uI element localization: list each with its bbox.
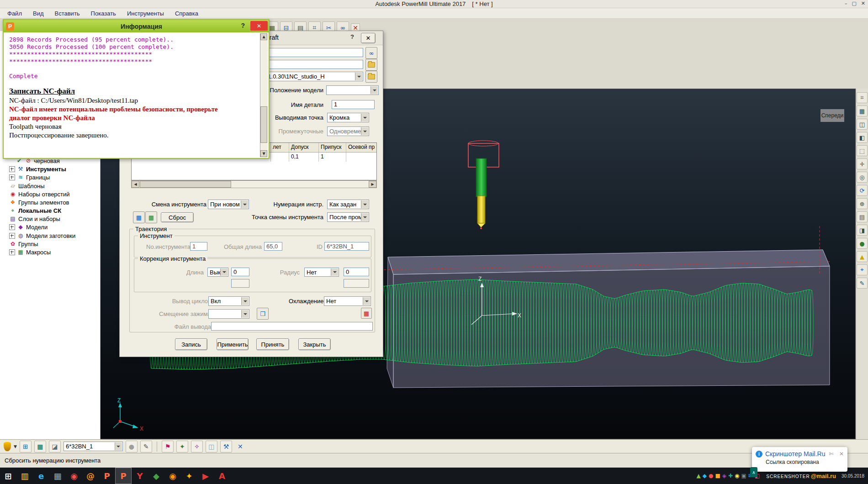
info-dialog-titlebar[interactable]: P Информация	[4, 20, 269, 32]
info-v-scrollbar[interactable]: ▲ ▼	[260, 33, 268, 157]
tray-icon[interactable]: ◈	[722, 473, 726, 479]
menu-tools[interactable]: Инструменты	[122, 9, 169, 18]
tool-change-point-combo[interactable]: После проме	[327, 212, 369, 222]
chevron-down-icon[interactable]	[355, 73, 362, 80]
tree-item-boundaries[interactable]: ≋ Границы	[0, 173, 100, 181]
close-dialog-button[interactable]: ✕	[361, 33, 376, 43]
ie-icon[interactable]: e	[33, 468, 49, 484]
swirl-app-icon[interactable]: ✦	[181, 468, 197, 484]
expand-icon[interactable]	[9, 233, 15, 239]
table-h-scrollbar[interactable]: ◀ ▶	[131, 180, 377, 188]
close-dialog-button[interactable]: ✕	[250, 21, 268, 31]
expand-icon[interactable]	[9, 166, 15, 172]
menu-view[interactable]: Вид	[28, 9, 48, 18]
screenshoter-tab[interactable]: ∧	[750, 467, 757, 477]
tree-item-tools[interactable]: ⚒ Инструменты	[0, 165, 100, 173]
wireframe-icon[interactable]: ⬚	[857, 145, 868, 156]
youtube-icon[interactable]: ▶	[197, 468, 214, 484]
expand-icon[interactable]	[9, 249, 15, 255]
chevron-down-icon[interactable]	[363, 297, 370, 305]
part-name-input[interactable]: 1	[332, 100, 375, 109]
chevron-down-icon[interactable]	[241, 297, 249, 305]
length-value-input[interactable]: 0	[231, 268, 249, 276]
radius-value-input[interactable]: 0	[344, 268, 369, 276]
chevron-down-icon[interactable]	[361, 127, 368, 135]
clamp-offset-combo[interactable]	[208, 309, 249, 319]
simulate-icon[interactable]: ▲	[857, 251, 868, 262]
scroll-up-icon[interactable]: ▲	[260, 33, 267, 40]
explorer-icon[interactable]: ▥	[16, 468, 33, 484]
view-block-icon[interactable]: ⌗	[857, 92, 868, 103]
numbering-table-icon[interactable]: ▦	[361, 308, 372, 319]
scroll-left-icon[interactable]: ◀	[132, 181, 139, 188]
chevron-down-icon[interactable]	[370, 86, 378, 94]
chevron-down-icon[interactable]	[220, 268, 228, 276]
close-bar-icon[interactable]: ✕	[235, 441, 246, 452]
coolant-combo[interactable]: Нет	[324, 296, 371, 306]
layers-icon[interactable]: ▤	[857, 211, 868, 222]
accept-button[interactable]: Принять	[256, 338, 289, 350]
scroll-right-icon[interactable]: ▶	[369, 181, 376, 188]
tree-item-macros[interactable]: ▦ Макросы	[0, 248, 100, 256]
tree-item-groups[interactable]: ✿ Группы	[0, 240, 100, 248]
menu-help[interactable]: Справка	[170, 9, 203, 18]
tree-item-levels[interactable]: ▤ Слои и наборы	[0, 215, 100, 223]
tool-no-input[interactable]: 1	[190, 242, 207, 251]
chevron-down-icon[interactable]	[241, 200, 248, 208]
chevron-down-icon[interactable]	[361, 200, 368, 208]
firefox-icon[interactable]: ◉	[164, 468, 181, 484]
tray-icon[interactable]: ▣	[741, 473, 746, 479]
powermill-active-icon[interactable]: P	[115, 468, 132, 484]
scroll-down-icon[interactable]: ▼	[260, 150, 267, 157]
tool-edit-icon[interactable]: ◪	[49, 441, 61, 452]
clip-plane-icon[interactable]: ◨	[857, 225, 868, 236]
numbering-combo[interactable]: Как задан	[327, 200, 369, 209]
chevron-down-icon[interactable]	[331, 268, 338, 276]
tool-vase-icon[interactable]	[4, 442, 11, 451]
cycles-combo[interactable]: Вкл	[208, 296, 249, 306]
tree-item-patterns[interactable]: ▱ Шаблоны	[0, 182, 100, 190]
expand-icon[interactable]	[9, 174, 15, 180]
start-button[interactable]: ⊞	[0, 468, 16, 484]
tool-change-combo[interactable]: При новом ин	[208, 200, 249, 209]
reset-button[interactable]: Сброс	[161, 212, 194, 222]
tool-id-input[interactable]: 6*32BN_1	[324, 242, 369, 251]
eraser-icon[interactable]: ◫	[206, 441, 217, 452]
expand-icon[interactable]	[9, 224, 15, 230]
yandex-icon[interactable]: Y	[132, 468, 148, 484]
intermediate-combo[interactable]: Одновременн	[327, 126, 369, 136]
multiview-icon[interactable]: ◫	[857, 119, 868, 130]
menu-insert[interactable]: Вставить	[50, 9, 85, 18]
folder-icon[interactable]	[365, 59, 377, 71]
menu-file[interactable]: Файл	[3, 9, 26, 18]
radius-extra-input[interactable]	[344, 279, 369, 288]
tray-icon[interactable]: ▲	[696, 473, 700, 479]
help-icon[interactable]: ?	[241, 22, 245, 29]
taskbar-clock[interactable]: 30.05.2018	[842, 473, 864, 479]
record-button[interactable]: Запись	[175, 338, 207, 350]
tray-icon[interactable]: ●	[709, 473, 713, 479]
close-window-button[interactable]: ✕	[861, 0, 865, 6]
mail-app-icon[interactable]: @	[82, 468, 99, 484]
refresh-view-icon[interactable]: ⟳	[857, 185, 868, 196]
minimize-button[interactable]: –	[845, 0, 847, 6]
clamp-box-icon[interactable]: ❒	[257, 308, 269, 320]
chevron-down-icon[interactable]	[115, 442, 122, 450]
chevron-down-icon[interactable]	[361, 213, 368, 221]
scissors-icon[interactable]: ✄	[829, 451, 833, 457]
green-app-icon[interactable]: ◆	[148, 468, 164, 484]
browse-programs-icon[interactable]: ∞	[365, 47, 377, 59]
output-point-combo[interactable]: Кромка	[327, 113, 369, 122]
scrollbar-thumb[interactable]	[140, 181, 231, 188]
length-mode-combo[interactable]: Вык	[207, 268, 228, 277]
tool-table-icon[interactable]: ▦	[34, 441, 46, 452]
maximize-button[interactable]: ▢	[852, 0, 856, 6]
zoom-extents-icon[interactable]: ⊕	[857, 198, 868, 209]
radius-mode-combo[interactable]: Нет	[304, 268, 339, 277]
chrome-icon[interactable]: ◉	[66, 468, 82, 484]
tray-icon[interactable]: ◉	[735, 473, 739, 479]
tree-item-models[interactable]: ◆ Модели	[0, 223, 100, 231]
menu-show[interactable]: Показать	[86, 9, 121, 18]
links-icon[interactable]: ✦	[176, 441, 188, 452]
powermill-icon[interactable]: P	[99, 468, 115, 484]
